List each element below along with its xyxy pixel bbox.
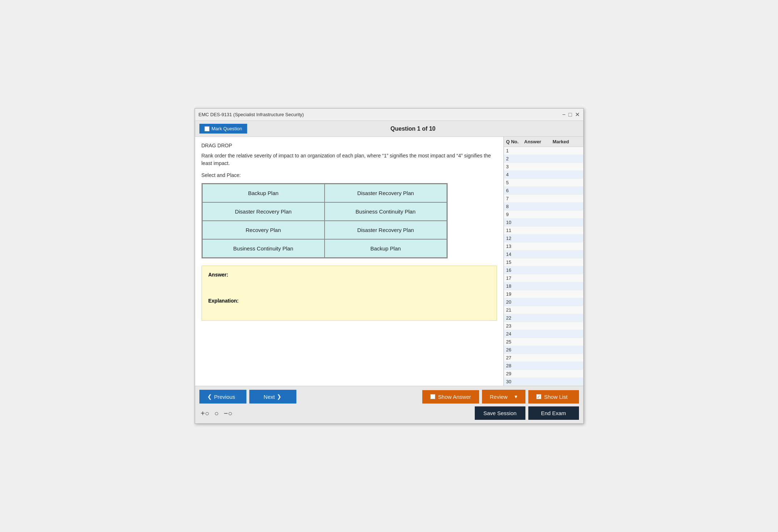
footer-row1: Previous Next Show Answer Review ✓ Show … — [199, 390, 579, 404]
sidebar-row[interactable]: 3 — [504, 163, 583, 171]
sidebar-row[interactable]: 8 — [504, 203, 583, 211]
sidebar-row-num: 30 — [506, 379, 524, 384]
sidebar-row-num: 8 — [506, 204, 524, 209]
sidebar-row-marked — [553, 228, 581, 233]
sidebar-row-answer — [524, 363, 553, 368]
sidebar-row[interactable]: 11 — [504, 227, 583, 235]
sidebar-row-marked — [553, 156, 581, 161]
drag-item-8[interactable]: Backup Plan — [325, 239, 447, 258]
zoom-reset-button[interactable]: ○ — [213, 408, 220, 419]
sidebar-row[interactable]: 21 — [504, 306, 583, 314]
maximize-icon[interactable]: □ — [568, 112, 572, 118]
sidebar-row[interactable]: 27 — [504, 354, 583, 362]
sidebar-row-marked — [553, 291, 581, 297]
sidebar-row[interactable]: 7 — [504, 195, 583, 203]
sidebar-row[interactable]: 29 — [504, 370, 583, 378]
drag-item-2[interactable]: Disaster Recovery Plan — [325, 184, 447, 202]
show-answer-button[interactable]: Show Answer — [422, 390, 479, 404]
end-exam-button[interactable]: End Exam — [528, 406, 579, 420]
sidebar-row-num: 6 — [506, 188, 524, 193]
window-controls: − □ ✕ — [562, 112, 579, 118]
sidebar-row-answer — [524, 244, 553, 249]
sidebar-row-num: 21 — [506, 307, 524, 313]
sidebar-row-answer — [524, 339, 553, 345]
sidebar-row[interactable]: 20 — [504, 298, 583, 306]
sidebar-row[interactable]: 1 — [504, 147, 583, 155]
footer-row2: +○ ○ −○ Save Session End Exam — [199, 406, 579, 420]
sidebar-row[interactable]: 2 — [504, 155, 583, 163]
show-list-label: Show List — [544, 394, 568, 400]
sidebar-row-answer — [524, 315, 553, 321]
show-list-button[interactable]: ✓ Show List — [528, 390, 579, 404]
drag-item-4[interactable]: Business Continuity Plan — [325, 202, 447, 221]
sidebar-row[interactable]: 4 — [504, 171, 583, 179]
sidebar-row-answer — [524, 355, 553, 360]
drag-item-6[interactable]: Disaster Recovery Plan — [325, 221, 447, 239]
sidebar-row[interactable]: 22 — [504, 314, 583, 322]
sidebar-row-marked — [553, 267, 581, 273]
sidebar-row-answer — [524, 259, 553, 265]
sidebar-row[interactable]: 12 — [504, 235, 583, 242]
sidebar-row-marked — [553, 236, 581, 241]
sidebar-row[interactable]: 25 — [504, 338, 583, 346]
drag-item-1[interactable]: Backup Plan — [202, 184, 325, 202]
previous-label: Previous — [214, 394, 235, 400]
show-list-checkbox-icon: ✓ — [536, 394, 541, 399]
drag-drop-grid: Backup Plan Disaster Recovery Plan Disas… — [202, 183, 448, 258]
previous-button[interactable]: Previous — [199, 390, 246, 404]
sidebar-row[interactable]: 9 — [504, 211, 583, 219]
sidebar-row-answer — [524, 220, 553, 225]
next-button[interactable]: Next — [249, 390, 296, 404]
sidebar-row[interactable]: 23 — [504, 322, 583, 330]
review-button[interactable]: Review — [482, 390, 525, 404]
sidebar-row-marked — [553, 307, 581, 313]
sidebar-row-answer — [524, 379, 553, 384]
sidebar-row-answer — [524, 156, 553, 161]
sidebar-row[interactable]: 30 — [504, 378, 583, 386]
minimize-icon[interactable]: − — [562, 112, 565, 118]
zoom-out-icon: −○ — [224, 409, 232, 417]
sidebar-row-answer — [524, 283, 553, 289]
drag-item-3[interactable]: Disaster Recovery Plan — [202, 202, 325, 221]
sidebar-row-num: 10 — [506, 220, 524, 225]
sidebar-row-num: 27 — [506, 355, 524, 360]
sidebar-row-answer — [524, 172, 553, 177]
close-icon[interactable]: ✕ — [575, 112, 580, 118]
sidebar-row[interactable]: 6 — [504, 187, 583, 195]
sidebar: Q No. Answer Marked 12345678910111213141… — [504, 137, 583, 386]
sidebar-row[interactable]: 26 — [504, 346, 583, 354]
sidebar-row[interactable]: 16 — [504, 266, 583, 274]
sidebar-row-marked — [553, 180, 581, 185]
save-session-button[interactable]: Save Session — [475, 406, 525, 420]
drag-item-5[interactable]: Recovery Plan — [202, 221, 325, 239]
sidebar-row-answer — [524, 267, 553, 273]
sidebar-row-answer — [524, 196, 553, 201]
sidebar-row[interactable]: 28 — [504, 362, 583, 370]
mark-question-button[interactable]: Mark Question — [199, 124, 248, 134]
sidebar-row-num: 3 — [506, 164, 524, 169]
sidebar-row-marked — [553, 371, 581, 376]
sidebar-row[interactable]: 15 — [504, 258, 583, 266]
sidebar-row-marked — [553, 299, 581, 305]
drag-item-7[interactable]: Business Continuity Plan — [202, 239, 325, 258]
sidebar-row-num: 16 — [506, 267, 524, 273]
sidebar-list[interactable]: 1234567891011121314151617181920212223242… — [504, 147, 583, 386]
sidebar-row-num: 28 — [506, 363, 524, 368]
sidebar-row[interactable]: 17 — [504, 274, 583, 282]
sidebar-row[interactable]: 13 — [504, 242, 583, 250]
sidebar-row[interactable]: 18 — [504, 282, 583, 290]
sidebar-row[interactable]: 24 — [504, 330, 583, 338]
sidebar-col-marked: Marked — [553, 139, 581, 144]
sidebar-row-marked — [553, 275, 581, 281]
sidebar-row[interactable]: 14 — [504, 250, 583, 258]
sidebar-row-num: 24 — [506, 331, 524, 337]
sidebar-row-num: 25 — [506, 339, 524, 345]
sidebar-row[interactable]: 19 — [504, 290, 583, 298]
sidebar-row[interactable]: 5 — [504, 179, 583, 187]
sidebar-row-answer — [524, 188, 553, 193]
zoom-out-button[interactable]: −○ — [222, 408, 234, 419]
toolbar: Mark Question Question 1 of 10 — [195, 121, 583, 137]
zoom-in-button[interactable]: +○ — [199, 408, 211, 419]
sidebar-row-marked — [553, 188, 581, 193]
sidebar-row[interactable]: 10 — [504, 219, 583, 227]
